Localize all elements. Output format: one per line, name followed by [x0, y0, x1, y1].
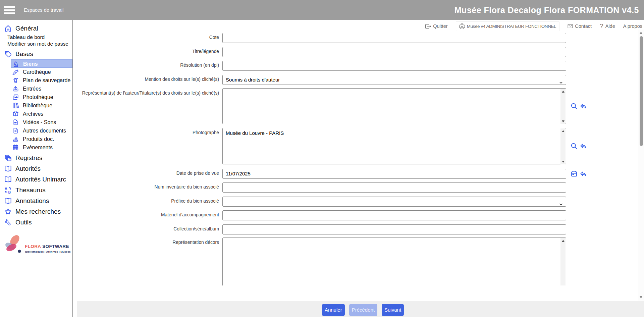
- calendar-icon[interactable]: [570, 170, 578, 178]
- suivant-button[interactable]: Suivant: [382, 304, 404, 316]
- field-label-collection-s-rie-album: Collection/série/album: [77, 226, 219, 231]
- sidebar-section-autorit-s-unimarc[interactable]: Autorités Unimarc: [0, 175, 72, 184]
- select-mention-des-droits-sur-le-s-clich-s[interactable]: Soumis à droits d'auteur: [222, 75, 566, 85]
- textarea-value: Musée du Louvre - PARIS: [226, 130, 284, 136]
- input-collection-s-rie-album[interactable]: [222, 224, 566, 234]
- sidebar-section-outils[interactable]: Outils: [0, 218, 72, 227]
- sort-ab-icon: [4, 186, 12, 194]
- sidebar-section-mes-recherches[interactable]: Mes recherches: [0, 207, 72, 216]
- top-bar: Espaces de travail Musée Flora Decalog F…: [0, 0, 644, 20]
- images-icon: [12, 94, 19, 101]
- input-titre-l-gende[interactable]: [222, 47, 566, 57]
- sidebar-item-caroth-que[interactable]: Carothèque: [11, 68, 72, 76]
- sidebar: GénéralTableau de bordModifier son mot d…: [0, 20, 73, 317]
- sidebar-item-produits-doc-[interactable]: Produits doc.: [11, 135, 72, 143]
- field-label-mention-des-droits-sur-le-s-clich-s: Mention des droits sur le(s) cliché(s): [77, 77, 219, 82]
- sidebar-section-annotations[interactable]: Annotations: [0, 197, 72, 205]
- field-label-pr-fixe-du-bien-associ: Préfixe du bien associé: [77, 199, 219, 204]
- field-label-mat-riel-d-accompagnement: Matériel d'accompagnement: [77, 212, 219, 217]
- textarea-photographe[interactable]: Musée du Louvre - PARIS: [222, 128, 566, 164]
- chevron-down-icon: [559, 200, 563, 204]
- input-date-de-prise-de-vue[interactable]: 11/07/2025: [222, 169, 566, 179]
- sidebar-item-biblioth-que[interactable]: Bibliothèque: [11, 101, 72, 110]
- textarea-scrollbar[interactable]: [560, 238, 566, 285]
- house-icon: [4, 24, 12, 33]
- sidebar-item-biens[interactable]: Biens: [11, 59, 72, 68]
- file-video-icon: [12, 119, 19, 126]
- scroll-down-arrow-icon[interactable]: [562, 161, 565, 163]
- sidebar-item-autres-documents[interactable]: Autres documents: [11, 126, 72, 135]
- tag-icon: [4, 50, 12, 58]
- page-title: Musée Flora Decalog Flora FORMATION v4.5: [454, 0, 639, 20]
- scroll-down-arrow-icon[interactable]: [640, 296, 642, 299]
- page-scrollbar[interactable]: [638, 30, 644, 301]
- field-label-repr-sentant-s-de-l-auteur-titulaire-s-des-droits-sur-le-s-clich-s: Représentant(s) de l’auteur/Titulaire(s)…: [77, 91, 219, 96]
- sidebar-section-general[interactable]: Général: [0, 24, 72, 33]
- sidebar-item-entr-es[interactable]: Entrées: [11, 85, 72, 93]
- input-mat-riel-d-accompagnement[interactable]: [222, 210, 566, 220]
- brand-name: FLORA SOFTWARE: [25, 244, 69, 249]
- undo-arrow-icon[interactable]: [579, 102, 587, 110]
- star-icon: [4, 208, 12, 216]
- field-label-date-de-prise-de-vue: Date de prise de vue: [77, 171, 219, 176]
- carrot-icon: [12, 68, 19, 75]
- field-label-photographe: Photographe: [77, 130, 219, 135]
- field-label-r-solution-en-dpi: Résolution (en dpi): [77, 63, 219, 68]
- chevron-down-icon: [559, 78, 563, 82]
- select-pr-fixe-du-bien-associ[interactable]: [222, 197, 566, 207]
- sidebar-item-vid-os-sons[interactable]: Vidéos - Sons: [11, 118, 72, 126]
- inbox-in-icon: [12, 85, 19, 92]
- pr-c-dent-button[interactable]: Précédent: [349, 304, 377, 316]
- brand-software: SOFTWARE: [42, 244, 69, 249]
- wrench-icon: [4, 218, 12, 226]
- book-open-icon: [4, 197, 12, 205]
- field-action-icons: [570, 102, 587, 110]
- input-r-solution-en-dpi[interactable]: [222, 61, 566, 71]
- sidebar-item-plan-de-sauvegarde[interactable]: Plan de sauvegarde: [11, 76, 72, 85]
- book-open-icon: [4, 175, 12, 183]
- field-label-titre-l-gende: Titre/légende: [77, 49, 219, 54]
- sidebar-section-thesaurus[interactable]: Thesaurus: [0, 186, 72, 195]
- input-value: 11/07/2025: [226, 171, 251, 176]
- sidebar-item-modifier-mot-de-passe[interactable]: Modifier son mot de passe: [7, 41, 68, 47]
- copies-icon: [4, 154, 12, 162]
- knight-icon: [12, 60, 19, 67]
- sidebar-section-bases[interactable]: Bases: [0, 50, 72, 58]
- textarea-scrollbar[interactable]: [560, 89, 566, 124]
- input-num-inventaire-du-bien-associ[interactable]: [222, 182, 566, 193]
- scroll-up-arrow-icon[interactable]: [562, 240, 565, 242]
- scroll-down-arrow-icon[interactable]: [562, 120, 565, 122]
- sidebar-section-autorit-s[interactable]: Autorités: [0, 164, 72, 173]
- extinguisher-icon: [12, 77, 19, 84]
- field-label-repr-sentation-d-cors: Représentation décors: [77, 240, 219, 245]
- book-open-icon: [4, 165, 12, 173]
- sidebar-item-archives[interactable]: Archives: [11, 110, 72, 118]
- scroll-up-arrow-icon[interactable]: [562, 130, 565, 132]
- hamburger-menu-icon[interactable]: [4, 6, 15, 14]
- input-cote[interactable]: [222, 33, 566, 43]
- footer-action-bar: AnnulerPrécédentSuivant: [77, 301, 644, 317]
- textarea-repr-sentation-d-cors[interactable]: [222, 237, 566, 285]
- textarea-repr-sentant-s-de-l-auteur-titulaire-s-des-droits-sur-le-s-clich-s[interactable]: [222, 88, 566, 124]
- undo-arrow-icon[interactable]: [579, 170, 587, 178]
- flora-flower-icon: [3, 233, 23, 255]
- workspace-label[interactable]: Espaces de travail: [24, 0, 63, 20]
- file-text-icon: [12, 127, 19, 134]
- flora-software-logo: FLORA SOFTWARE Bibliothèques | Archives …: [3, 233, 70, 255]
- sidebar-item-tableau-de-bord[interactable]: Tableau de bord: [7, 34, 45, 41]
- calendar-grid-icon: [12, 144, 19, 151]
- textarea-scrollbar[interactable]: [560, 128, 566, 164]
- scroll-up-arrow-icon[interactable]: [640, 32, 642, 34]
- brand-tagline: Bibliothèques | Archives | Musées: [25, 250, 71, 253]
- sidebar-item-phototh-que[interactable]: Photothèque: [11, 93, 72, 101]
- field-label-cote: Cote: [77, 35, 219, 40]
- search-icon[interactable]: [570, 102, 578, 110]
- undo-arrow-icon[interactable]: [579, 142, 587, 150]
- annuler-button[interactable]: Annuler: [322, 304, 345, 316]
- sidebar-item-ev-nements[interactable]: Evènements: [11, 143, 72, 152]
- scrollbar-thumb[interactable]: [640, 36, 643, 146]
- search-icon[interactable]: [570, 142, 578, 150]
- scroll-up-arrow-icon[interactable]: [562, 91, 565, 93]
- sidebar-section-registres[interactable]: Registres: [0, 154, 72, 162]
- box-open-icon: [12, 110, 19, 117]
